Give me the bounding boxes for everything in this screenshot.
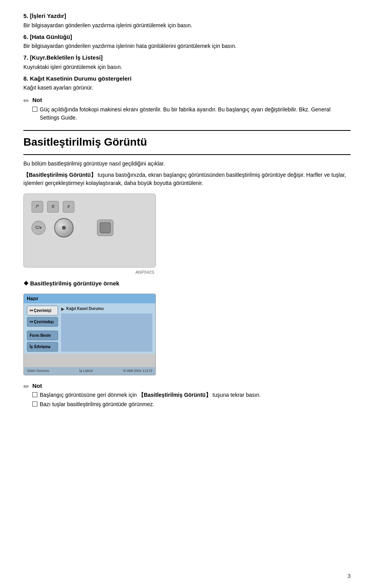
screen-row-text: Kağıt Kaset Durumu [66, 306, 104, 312]
section-para1: 【Basitleştirilmiş Görüntü】 tuşuna bastığ… [23, 171, 351, 187]
dial-inner [62, 226, 66, 230]
section-intro: Bu bölüm basitleştirilmiş görüntüye nası… [23, 160, 351, 168]
note-1-list: Güç açıldığında fotokopi makinesi ekranı… [32, 106, 351, 122]
note-2-pencil-icon: ✏ [23, 382, 29, 392]
screen-row-1: ▶ Kağıt Kaset Durumu [61, 306, 152, 312]
screen-btn-form: Form Besle [27, 331, 58, 340]
bracket-key-2: 【Basitleştirilmiş Görüntü】 [138, 392, 211, 398]
screen-btn-reset: İş Sıfırlama [27, 342, 58, 352]
screen-sidebar: ↦ Çevrimiçi ↦ Çevrimdışı Form Besle İş S… [27, 306, 58, 352]
item-8: 8. Kağıt Kasetinin Durumu göstergeleri K… [23, 74, 351, 92]
clear-button: C/♦ [32, 221, 46, 235]
section-divider [23, 130, 351, 131]
item-6: 6. [Hata Günlüğü] Bir bilgisayardan gönd… [23, 33, 351, 51]
screen-image: Hazır ↦ Çevrimiçi ↦ Çevrimdışı Form Besl… [23, 294, 156, 375]
note-2-text-2: Bazı tuşlar basitleştirilmiş görüntüde g… [40, 400, 154, 408]
item-6-title: 6. [23, 33, 28, 40]
menu-button [97, 220, 113, 236]
device-image-wrapper: /* 0 # C/♦ ANP042S [23, 194, 351, 276]
item-5: 5. [İşleri Yazdır] Bir bilgisayardan gön… [23, 12, 351, 30]
checkbox-icon [32, 107, 37, 112]
screen-row-arrow: ▶ [61, 306, 64, 312]
menu-btn-inner [100, 222, 111, 233]
note-2-block: ✏ Not Başlangıç görüntüsüne geri dönmek … [23, 382, 351, 410]
note-2-item-2: Bazı tuşlar basitleştirilmiş görüntüde g… [32, 400, 261, 408]
item-6-body: Bir bilgisayardan gönderilen yazdırma iş… [23, 42, 351, 50]
item-5-title: 5. [23, 12, 28, 19]
item-8-heading: Kağıt Kasetinin Durumu göstergeleri [30, 75, 132, 82]
note-pencil-icon: ✏ [23, 96, 29, 106]
screen-footer-1: Sistm Durumu [27, 368, 49, 374]
screen-footer-3: % 668 2001 11172 [123, 368, 152, 374]
example-title: ❖ Basitleştirilmiş görüntüye örnek [23, 279, 351, 288]
note-2-text-1: Başlangıç görüntüsüne geri dönmek için 【… [40, 391, 261, 399]
note-1-content: Not Güç açıldığında fotokopi makinesi ek… [32, 96, 351, 123]
screen-btn-online: ↦ Çevrimiçi [27, 306, 58, 315]
item-7-title: 7. [23, 54, 28, 61]
item-8-body: Kağıt kaseti ayarları görünür. [23, 84, 351, 92]
zero-key: 0 [47, 201, 59, 213]
note-2-content: Not Başlangıç görüntüsüne geri dönmek iç… [32, 382, 261, 410]
checkbox-icon-2b [32, 401, 37, 407]
hash-key: # [63, 201, 74, 213]
note-1-item-1: Güç açıldığında fotokopi makinesi ekranı… [32, 106, 351, 122]
note-1-block: ✏ Not Güç açıldığında fotokopi makinesi … [23, 96, 351, 123]
screen-body: ↦ Çevrimiçi ↦ Çevrimdışı Form Besle İş S… [24, 303, 155, 354]
note-2-item-1: Başlangıç görüntüsüne geri dönmek için 【… [32, 391, 261, 399]
page-number: 3 [348, 572, 351, 581]
screen-footer: Sistm Durumu İş Listcsi % 668 2001 11172 [24, 367, 155, 375]
content-wrapper: 5. [İşleri Yazdır] Bir bilgisayardan gön… [23, 12, 351, 410]
checkbox-icon-2a [32, 392, 37, 397]
device-label: ANP042S [23, 269, 156, 276]
star-key: /* [32, 201, 43, 213]
dial-knob [54, 218, 74, 238]
note-1-text: Güç açıldığında fotokopi makinesi ekranı… [40, 106, 351, 122]
item-8-title: 8. [23, 75, 28, 82]
screen-row-bar [61, 313, 152, 352]
item-5-body: Bir bilgisayardan gönderilen yazdırma iş… [23, 21, 351, 30]
device-image: /* 0 # C/♦ [23, 194, 156, 268]
item-7: 7. [Kuyr.Bekletilen İş Listesi] Kuyrukta… [23, 53, 351, 71]
item-6-heading: [Hata Günlüğü] [30, 33, 72, 40]
bracket-key-1: 【Basitleştirilmiş Görüntü】 [23, 172, 96, 178]
item-5-heading: [İşleri Yazdır] [30, 12, 66, 19]
main-section-title: Basitleştirilmiş Görüntü [23, 134, 351, 150]
screen-btn-offline: ↦ Çevrimdışı [27, 317, 58, 327]
screen-header: Hazır [24, 294, 155, 303]
note-2-label: Not [32, 382, 261, 391]
screen-footer-2: İş Listcsi [79, 368, 93, 374]
screen-image-wrapper: Hazır ↦ Çevrimiçi ↦ Çevrimdışı Form Besl… [23, 294, 351, 375]
screen-main: ▶ Kağıt Kaset Durumu [61, 306, 152, 352]
note-1-label: Not [32, 96, 351, 105]
note-2-list: Başlangıç görüntüsüne geri dönmek için 【… [32, 391, 261, 408]
item-7-heading: [Kuyr.Bekletilen İş Listesi] [30, 54, 103, 61]
item-7-body: Kuyruktaki işleri görüntülemek için bası… [23, 63, 351, 71]
